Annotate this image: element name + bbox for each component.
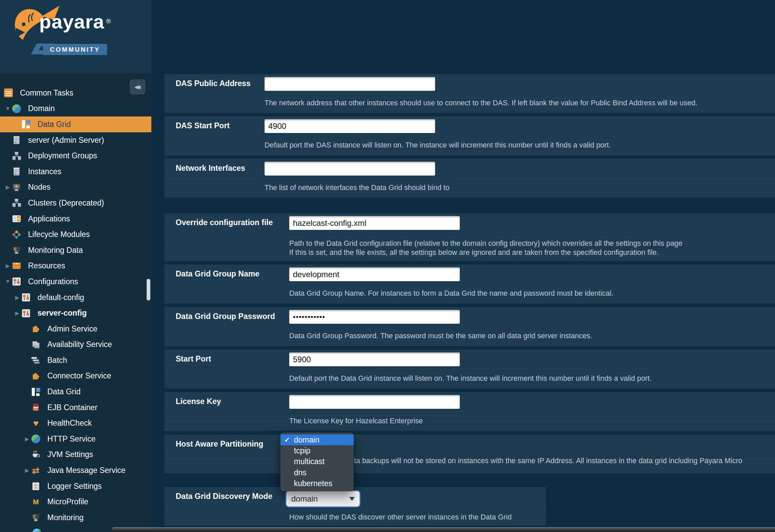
sidebar-item-clusters-deprecated[interactable]: Clusters (Deprecated): [0, 195, 151, 211]
expander-closed-icon[interactable]: ▶: [23, 467, 31, 474]
form-row-override-configuration-file: Override configuration filePath to the D…: [165, 213, 775, 261]
field-help: How should the DAS discover other server…: [289, 513, 546, 522]
expander-open-icon[interactable]: ▼: [3, 106, 12, 112]
network-icon: [12, 152, 21, 160]
form-row-host-aware-partitioning: Host Aware Partitioningta backups will n…: [165, 435, 775, 473]
sidebar-item-label: Data Grid: [38, 120, 71, 129]
data-grid-discovery-mode-select[interactable]: domain: [285, 490, 360, 507]
sidebar-item-ejb-container[interactable]: EJB Container: [0, 400, 151, 416]
sidebar-item-java-message-service[interactable]: ▶Java Message Service: [0, 462, 151, 478]
dropdown-option-tcpip[interactable]: tcpip: [280, 445, 354, 456]
field-label: DAS Start Port: [176, 121, 230, 131]
dropdown-option-label: kubernetes: [294, 479, 332, 488]
sidebar-item-domain[interactable]: ▼Domain: [0, 101, 151, 117]
sidebar-item-nodes[interactable]: ▶Nodes: [0, 180, 151, 195]
sidebar-tree: Common Tasks▼DomainData Gridserver (Admi…: [0, 85, 151, 526]
puzzle-icon: [31, 372, 40, 380]
main-content: DAS Public AddressThe network address th…: [151, 0, 775, 532]
sidebar-item-microprofile[interactable]: MicroProfile: [0, 494, 151, 510]
das-public-address-input[interactable]: [265, 77, 435, 91]
sidebar-item-jvm-settings[interactable]: JVM Settings: [0, 447, 151, 463]
arrows-icon: [31, 466, 40, 475]
sidebar-item-availability-service[interactable]: Availability Service: [0, 337, 151, 353]
sidebar-item-configurations[interactable]: ▼Configurations: [0, 274, 151, 290]
dropdown-option-label: multicast: [294, 457, 325, 466]
app-doc-icon: [12, 214, 21, 223]
sidebar-item-monitoring-data[interactable]: Monitoring Data: [0, 242, 151, 258]
expander-open-icon[interactable]: ▼: [3, 278, 12, 285]
sidebar-item-label: Domain: [28, 104, 55, 113]
expander-closed-icon[interactable]: ▶: [23, 436, 31, 442]
dropdown-option-dns[interactable]: dns: [280, 467, 354, 478]
dropdown-option-domain[interactable]: ✓domain: [280, 434, 354, 445]
sidebar-item-server-admin-server[interactable]: server (Admin Server): [0, 132, 151, 148]
sidebar-item-label: Data Grid: [47, 387, 80, 396]
expander-closed-icon[interactable]: ▶: [13, 294, 22, 301]
sidebar-item-lifecycle-modules[interactable]: Lifecycle Modules: [0, 227, 151, 242]
field-label: Data Grid Discovery Mode: [176, 491, 272, 501]
checkmark-icon: ✓: [280, 436, 294, 444]
coffee-icon: [31, 450, 40, 459]
sidebar-item-label: default-config: [38, 293, 84, 302]
form-row-data-grid-group-password: Data Grid Group PasswordData Grid Group …: [165, 307, 775, 346]
override-configuration-file-input[interactable]: [289, 216, 460, 230]
common-tasks-icon: [4, 88, 13, 97]
sidebar-item-server-config[interactable]: ▶server-config: [0, 305, 151, 321]
form-row-data-grid-group-name: Data Grid Group NameData Grid Group Name…: [165, 265, 775, 303]
field-help: Default port the Data Grid instance will…: [289, 374, 775, 383]
field-label: Network Interfaces: [176, 163, 245, 173]
das-start-port-input[interactable]: [265, 119, 435, 133]
sidebar-item-healthcheck[interactable]: HealthCheck: [0, 415, 151, 431]
help-line: The network address that other instances…: [265, 99, 775, 108]
expander-closed-icon[interactable]: ▶: [3, 184, 12, 190]
sidebar-item-data-grid[interactable]: Data Grid: [0, 116, 151, 132]
data-grid-icon: [31, 388, 40, 396]
sidebar-item-http-service[interactable]: ▶HTTP Service: [0, 431, 151, 447]
expander-closed-icon[interactable]: ▶: [3, 263, 12, 269]
collapse-sidebar-button[interactable]: [130, 79, 145, 95]
dropdown-option-label: dns: [294, 468, 306, 477]
expander-closed-icon[interactable]: ▶: [13, 310, 22, 316]
jar-icon: [31, 403, 40, 412]
sidebar-item-common-tasks[interactable]: Common Tasks: [0, 85, 151, 101]
sidebar-item-applications[interactable]: Applications: [0, 211, 151, 227]
lifecycle-icon: [12, 230, 21, 239]
dropdown-option-multicast[interactable]: multicast: [280, 456, 354, 467]
field-label: License Key: [176, 396, 221, 406]
sidebar-scrollbar-thumb[interactable]: [147, 279, 150, 300]
license-key-input[interactable]: [289, 395, 460, 409]
sidebar-item-label: HTTP Service: [47, 434, 96, 444]
sidebar-item-label: Common Tasks: [20, 88, 73, 98]
heart-icon: [31, 419, 40, 428]
start-port-input[interactable]: [289, 352, 460, 366]
sidebar-item-label: Configurations: [28, 277, 78, 286]
sidebar-item-admin-service[interactable]: Admin Service: [0, 321, 151, 337]
sidebar-item-label: HealthCheck: [47, 419, 92, 428]
form-row-start-port: Start PortDefault port the Data Grid ins…: [165, 350, 775, 388]
sidebar-item-label: Logger Settings: [47, 482, 102, 491]
sidebar-item-label: Connector Service: [47, 371, 111, 380]
dropdown-option-kubernetes[interactable]: kubernetes: [280, 478, 354, 489]
field-label: Data Grid Group Name: [176, 269, 259, 279]
sidebar-item-data-grid[interactable]: Data Grid: [0, 384, 151, 400]
sidebar-item-deployment-groups[interactable]: Deployment Groups: [0, 148, 151, 164]
field-help: The network address that other instances…: [265, 99, 775, 108]
network-interfaces-input[interactable]: [265, 162, 435, 176]
sidebar-item-logger-settings[interactable]: Logger Settings: [0, 478, 151, 494]
batch-bars-icon: [31, 356, 40, 365]
help-line: If this is set, and the file exists, all…: [289, 248, 775, 257]
field-label: Start Port: [176, 354, 211, 364]
sliders-icon: [12, 277, 21, 286]
sidebar-item-default-config[interactable]: ▶default-config: [0, 290, 151, 305]
data-grid-group-name-input[interactable]: [289, 267, 460, 281]
help-line: How should the DAS discover other server…: [289, 513, 546, 522]
sidebar-item-monitoring[interactable]: Monitoring: [0, 510, 151, 526]
sidebar-item-batch[interactable]: Batch: [0, 352, 151, 368]
data-grid-group-password-input[interactable]: [289, 310, 460, 324]
sidebar-item-label: Resources: [28, 261, 65, 270]
horizontal-scrollbar-thumb[interactable]: [111, 527, 775, 532]
sidebar-item-resources[interactable]: ▶Resources: [0, 258, 151, 274]
sidebar-item-label: Lifecycle Modules: [28, 230, 90, 239]
sidebar-item-instances[interactable]: Instances: [0, 164, 151, 180]
sidebar-item-connector-service[interactable]: Connector Service: [0, 368, 151, 384]
